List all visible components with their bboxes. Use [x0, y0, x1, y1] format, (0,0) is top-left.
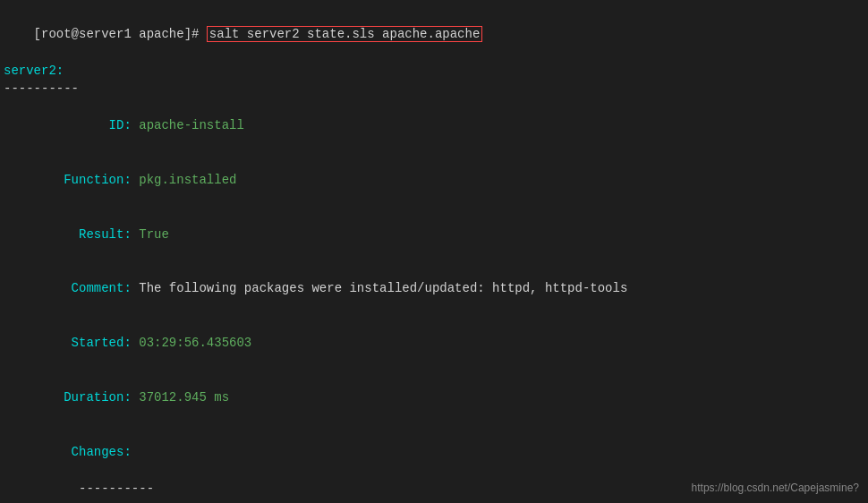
- comment-value: The following packages were installed/up…: [139, 281, 627, 295]
- command-line: [root@server1 apache]# salt server2 stat…: [4, 7, 864, 62]
- watermark: https://blog.csdn.net/Capejasmine?: [692, 482, 859, 494]
- started-line: Started: 03:29:56.435603: [4, 316, 864, 371]
- changes-label-line: Changes:: [4, 425, 864, 480]
- result-label: Result:: [34, 227, 140, 242]
- function-label: Function:: [34, 173, 140, 187]
- separator-1: ----------: [4, 80, 864, 98]
- comment-label: Comment:: [34, 281, 140, 295]
- result-line: Result: True: [4, 207, 864, 261]
- started-label: Started:: [34, 336, 140, 350]
- function-line: Function: pkg.installed: [4, 152, 864, 207]
- result-value: True: [139, 227, 169, 242]
- id-line: ID: apache-install: [4, 98, 864, 152]
- prompt: [root@server1 apache]#: [34, 27, 207, 41]
- duration-line: Duration: 37012.945 ms: [4, 371, 864, 425]
- command-input: salt server2 state.sls apache.apache: [207, 26, 482, 42]
- server-name: server2:: [4, 62, 864, 80]
- changes-label: Changes:: [34, 445, 140, 459]
- function-value: pkg.installed: [139, 173, 236, 187]
- duration-value: 37012.945 ms: [139, 390, 229, 405]
- id-value: apache-install: [139, 118, 244, 132]
- started-value: 03:29:56.435603: [139, 336, 251, 350]
- comment-line: Comment: The following packages were ins…: [4, 261, 864, 316]
- apr-name: apr:: [4, 498, 864, 503]
- terminal: [root@server1 apache]# salt server2 stat…: [0, 0, 868, 503]
- id-label: ID:: [34, 118, 140, 132]
- duration-label: Duration:: [34, 390, 140, 405]
